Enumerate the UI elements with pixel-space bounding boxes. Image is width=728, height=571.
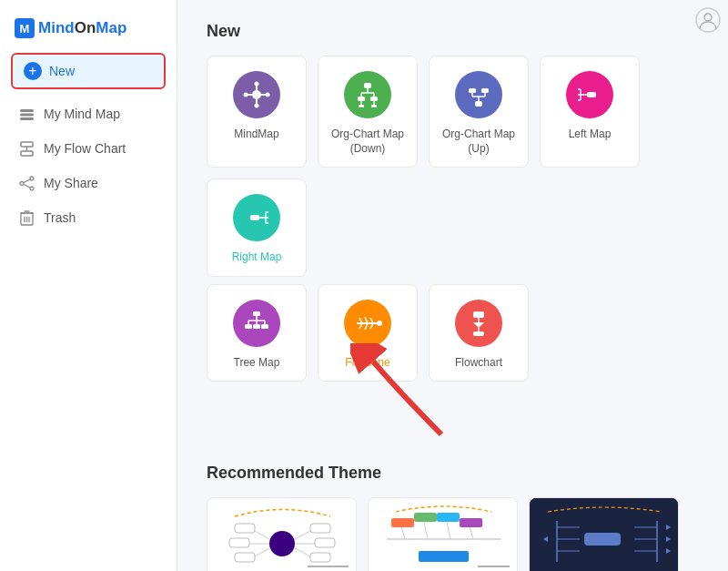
svg-rect-94 — [315, 538, 335, 547]
tree-map-label: Tree Map — [234, 356, 280, 371]
right-map-icon — [233, 194, 280, 241]
new-button[interactable]: + New — [11, 53, 166, 89]
logo-text: MindOnMap — [38, 19, 126, 37]
svg-rect-40 — [371, 105, 377, 107]
svg-rect-68 — [261, 324, 268, 329]
mindmap-label: MindMap — [234, 127, 278, 142]
flowchart-label: Flowchart — [455, 356, 502, 371]
svg-point-84 — [269, 531, 295, 556]
svg-rect-86 — [235, 524, 255, 533]
svg-rect-39 — [359, 105, 364, 107]
svg-point-26 — [255, 82, 259, 87]
sidebar-label-trash: Trash — [44, 210, 76, 225]
svg-rect-54 — [250, 215, 259, 220]
svg-point-76 — [377, 321, 382, 326]
tree-map-icon — [233, 300, 280, 347]
svg-rect-36 — [370, 97, 378, 101]
svg-rect-35 — [358, 97, 365, 101]
new-section: New — [207, 22, 699, 382]
svg-rect-5 — [21, 142, 33, 147]
svg-rect-77 — [473, 311, 484, 318]
svg-text:M: M — [20, 22, 30, 36]
theme-3-preview — [530, 498, 679, 571]
svg-point-28 — [244, 93, 248, 97]
template-fishbone[interactable]: Fishbone — [318, 284, 418, 382]
share-icon — [18, 175, 35, 191]
svg-rect-81 — [473, 331, 484, 336]
mindmap-template-icon — [233, 71, 280, 118]
svg-point-20 — [704, 14, 712, 21]
template-mindmap[interactable]: MindMap — [207, 56, 307, 168]
fishbone-label: Fishbone — [345, 356, 389, 371]
org-chart-up-label: Org-Chart Map (Up) — [437, 127, 521, 156]
svg-rect-47 — [481, 88, 489, 93]
main-content: New — [177, 0, 728, 571]
svg-rect-4 — [20, 117, 34, 120]
theme-1-preview — [207, 498, 357, 571]
sidebar-item-my-flow-chart[interactable]: My Flow Chart — [4, 131, 173, 166]
svg-line-71 — [365, 317, 368, 323]
theme-card-3[interactable] — [529, 497, 679, 571]
svg-rect-88 — [229, 538, 249, 547]
template-row-2: Tree Map — [207, 284, 699, 382]
recommended-section-title: Recommended Theme — [207, 464, 699, 483]
svg-rect-46 — [469, 88, 476, 93]
template-tree-map[interactable]: Tree Map — [207, 284, 307, 382]
svg-point-8 — [30, 177, 34, 180]
left-map-icon — [566, 71, 613, 118]
theme-cards-grid — [207, 497, 699, 571]
svg-rect-48 — [587, 92, 596, 97]
theme-card-2[interactable] — [368, 497, 518, 571]
new-label: New — [49, 64, 75, 78]
template-org-chart-up[interactable]: Org-Chart Map (Up) — [429, 56, 529, 168]
svg-rect-115 — [584, 533, 621, 546]
sidebar: M MindOnMap + New My Mind Map My F — [0, 0, 177, 571]
svg-rect-67 — [253, 324, 260, 329]
template-org-chart-down[interactable]: Org-Chart Map (Down) — [318, 56, 418, 168]
logo-icon: M — [15, 18, 35, 38]
svg-rect-101 — [391, 518, 414, 527]
user-icon-button[interactable] — [695, 7, 721, 33]
template-left-map[interactable]: Left Map — [540, 56, 640, 168]
sidebar-item-trash[interactable]: Trash — [4, 200, 173, 235]
logo: M MindOnMap — [0, 11, 177, 53]
svg-rect-105 — [437, 513, 460, 522]
svg-rect-108 — [419, 551, 469, 562]
template-flowchart[interactable]: Flowchart — [429, 284, 529, 382]
theme-2-preview — [369, 498, 518, 571]
right-map-label: Right Map — [232, 250, 282, 265]
svg-rect-96 — [310, 553, 330, 562]
svg-rect-60 — [253, 311, 260, 316]
svg-rect-30 — [364, 83, 371, 88]
svg-rect-3 — [20, 113, 34, 116]
svg-rect-2 — [20, 109, 34, 112]
org-chart-down-label: Org-Chart Map (Down) — [326, 127, 410, 156]
svg-point-27 — [255, 104, 259, 108]
recommended-section: Recommended Theme — [207, 464, 699, 571]
svg-rect-90 — [235, 553, 255, 562]
svg-line-11 — [24, 179, 30, 183]
mindmap-icon — [18, 106, 35, 122]
svg-rect-66 — [245, 324, 252, 329]
svg-marker-79 — [473, 322, 484, 328]
svg-rect-92 — [310, 524, 330, 533]
svg-point-10 — [30, 187, 34, 190]
svg-point-21 — [252, 90, 261, 99]
org-chart-up-icon — [455, 71, 502, 118]
sidebar-label-my-flow-chart: My Flow Chart — [44, 141, 126, 156]
new-section-title: New — [207, 22, 699, 41]
svg-rect-107 — [460, 518, 482, 527]
template-right-map[interactable]: Right Map — [207, 178, 307, 277]
trash-icon — [18, 209, 35, 226]
sidebar-item-my-share[interactable]: My Share — [4, 166, 173, 200]
row2-wrapper: Tree Map — [207, 284, 699, 382]
svg-line-74 — [365, 323, 368, 330]
flowchart-icon — [18, 140, 35, 157]
sidebar-label-my-mind-map: My Mind Map — [44, 107, 120, 121]
svg-point-9 — [20, 181, 24, 185]
svg-rect-41 — [475, 101, 482, 107]
sidebar-item-my-mind-map[interactable]: My Mind Map — [4, 97, 173, 131]
sidebar-label-my-share: My Share — [44, 176, 98, 190]
template-cards-area: MindMap — [207, 56, 699, 382]
theme-card-1[interactable] — [207, 497, 357, 571]
